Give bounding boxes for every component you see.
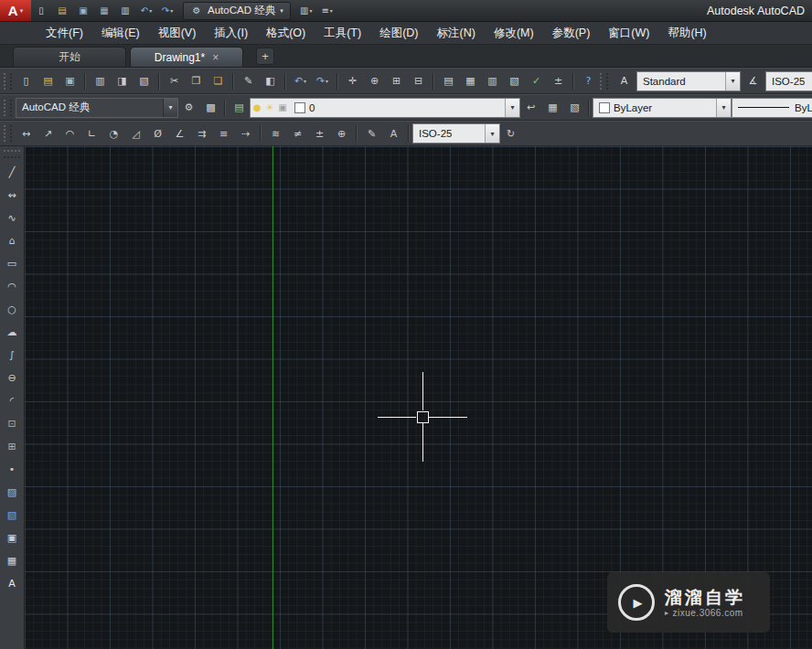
construction-line-icon[interactable]: ↭ [2, 185, 22, 205]
diameter-dim-icon[interactable]: Ø [147, 123, 168, 144]
gradient-icon[interactable]: ▧ [2, 505, 22, 525]
plot-preview-icon[interactable]: ◨ [112, 71, 133, 91]
redo-icon[interactable]: ↷▾ [312, 71, 333, 91]
pan-icon[interactable]: ✛ [342, 71, 363, 91]
layer-states-icon[interactable]: ▦ [542, 98, 563, 118]
toolbar-grip[interactable] [4, 100, 12, 116]
arc-length-dim-icon[interactable]: ◠ [59, 123, 80, 144]
tool-palettes-icon[interactable]: ▥ [482, 71, 503, 91]
zoom-window-icon[interactable]: ⊞ [386, 71, 407, 91]
dim-style-combo-top[interactable]: ISO-25 ▾ [765, 71, 812, 91]
hatch-icon[interactable]: ▨ [2, 482, 22, 502]
menu-draw[interactable]: 绘图(D) [370, 22, 427, 44]
circle-icon[interactable]: ○ [2, 299, 22, 319]
save-icon[interactable]: ▣ [59, 71, 80, 91]
menu-modify[interactable]: 修改(M) [485, 22, 543, 44]
undo-icon[interactable]: ↶▾ [290, 71, 311, 91]
qat-plot-icon[interactable]: ▥ [115, 2, 135, 20]
linear-dim-icon[interactable]: ↔ [16, 123, 37, 144]
open-file-icon[interactable]: ▤ [37, 71, 59, 91]
rectangle-icon[interactable]: ▭ [2, 253, 22, 273]
menu-dimension[interactable]: 标注(N) [428, 22, 485, 44]
line-icon[interactable]: ╱ [2, 162, 22, 182]
revcloud-icon[interactable]: ☁ [2, 322, 22, 342]
jogged-dim-icon[interactable]: ◿ [125, 123, 146, 144]
menu-edit[interactable]: 编辑(E) [92, 22, 149, 44]
toolbar-grip[interactable] [600, 73, 608, 90]
designcenter-icon[interactable]: ▦ [460, 71, 481, 91]
qat-redo-icon[interactable]: ↷▾ [157, 2, 177, 20]
copy-icon[interactable]: ❐ [186, 71, 207, 91]
chevron-down-icon[interactable]: ▾ [716, 99, 731, 117]
chevron-down-icon[interactable]: ▾ [505, 99, 519, 117]
match-properties-icon[interactable]: ✎ [238, 71, 259, 91]
zoom-previous-icon[interactable]: ⊟ [408, 71, 429, 91]
properties-icon[interactable]: ▤ [438, 71, 459, 91]
toolbar-grip[interactable] [4, 73, 12, 90]
point-icon[interactable]: • [2, 459, 22, 479]
layer-isolate-icon[interactable]: ▧ [564, 98, 585, 118]
spline-icon[interactable]: ∫ [2, 345, 22, 365]
text-style-combo[interactable]: Standard ▾ [636, 71, 741, 91]
dim-style-combo[interactable]: ISO-25 ▾ [412, 123, 500, 144]
quick-dim-icon[interactable]: ⇉ [191, 123, 212, 144]
autocad-app-menu-button[interactable]: A ▾ [0, 0, 31, 21]
chevron-down-icon[interactable]: ▾ [485, 124, 499, 143]
qat-undo-icon[interactable]: ↶▾ [136, 2, 156, 20]
qat-customize-icon[interactable]: ≡▾ [317, 2, 337, 20]
menu-format[interactable]: 格式(O) [257, 22, 315, 44]
zoom-realtime-icon[interactable]: ⊕ [364, 71, 385, 91]
layer-freeze-icon[interactable]: ☀ [263, 102, 276, 112]
insert-block-icon[interactable]: ⊡ [2, 413, 22, 433]
cut-icon[interactable]: ✂ [164, 71, 185, 91]
center-mark-icon[interactable]: ⊕ [331, 123, 352, 144]
qat-saveas-icon[interactable]: ▦ [94, 2, 114, 20]
workspace-switcher[interactable]: ⚙ AutoCAD 经典 ▾ [183, 2, 291, 20]
menu-help[interactable]: 帮助(H) [658, 22, 715, 44]
polygon-icon[interactable]: ⌂ [2, 230, 22, 250]
radius-dim-icon[interactable]: ◔ [103, 123, 124, 144]
aligned-dim-icon[interactable]: ↗ [37, 123, 59, 144]
layer-properties-icon[interactable]: ▤ [229, 98, 250, 118]
dim-style-icon[interactable]: ∡ [743, 71, 764, 91]
mtext-icon[interactable]: A [2, 573, 22, 593]
drawing-area[interactable]: ▶ 溜溜自学 ▸ zixue.3066.com [25, 146, 812, 649]
new-tab-button[interactable]: + [256, 48, 274, 65]
arc-icon[interactable]: ◠ [2, 276, 22, 296]
save-workspace-icon[interactable]: ▩ [200, 98, 221, 118]
ellipse-arc-icon[interactable]: ◜ [2, 390, 22, 410]
plot-icon[interactable]: ▥ [90, 71, 111, 91]
tab-start[interactable]: 开始 [13, 47, 126, 67]
tolerance-icon[interactable]: ± [309, 123, 330, 144]
menu-insert[interactable]: 插入(I) [205, 22, 257, 44]
help-icon[interactable]: ? [578, 71, 599, 91]
layer-combo[interactable]: ● ☀ ▣ 0 ▾ [250, 98, 520, 118]
color-combo[interactable]: ByLayer ▾ [593, 98, 732, 118]
workspace-combo[interactable]: AutoCAD 经典 ▾ [16, 98, 178, 118]
linetype-combo[interactable]: ByLayer ▾ [732, 98, 812, 118]
layer-lock-icon[interactable]: ▣ [276, 102, 289, 112]
chevron-down-icon[interactable]: ▾ [725, 72, 740, 90]
toolbar-grip[interactable] [4, 150, 20, 158]
publish-icon[interactable]: ▧ [134, 71, 155, 91]
paste-icon[interactable]: ❏ [208, 71, 229, 91]
text-style-icon[interactable]: A [614, 71, 635, 91]
block-editor-icon[interactable]: ◧ [260, 71, 281, 91]
new-file-icon[interactable]: ▯ [16, 71, 37, 91]
workspace-gear-icon[interactable]: ⚙ [178, 98, 199, 118]
layer-previous-icon[interactable]: ↩ [520, 98, 541, 118]
baseline-dim-icon[interactable]: ≡ [213, 123, 234, 144]
menu-tools[interactable]: 工具(T) [315, 22, 370, 44]
make-block-icon[interactable]: ⊞ [2, 436, 22, 456]
dim-break-icon[interactable]: ≠ [287, 123, 308, 144]
ellipse-icon[interactable]: ⊖ [2, 367, 22, 388]
dim-update-icon[interactable]: ↻ [500, 123, 521, 144]
qat-save-icon[interactable]: ▣ [73, 2, 93, 20]
close-icon[interactable]: × [212, 52, 219, 63]
layer-on-icon[interactable]: ● [251, 102, 263, 112]
dim-edit-icon[interactable]: ✎ [361, 123, 382, 144]
menu-file[interactable]: 文件(F) [37, 22, 92, 44]
menu-window[interactable]: 窗口(W) [599, 22, 658, 44]
toolbar-grip[interactable] [4, 125, 12, 142]
table-icon[interactable]: ▦ [2, 550, 22, 570]
